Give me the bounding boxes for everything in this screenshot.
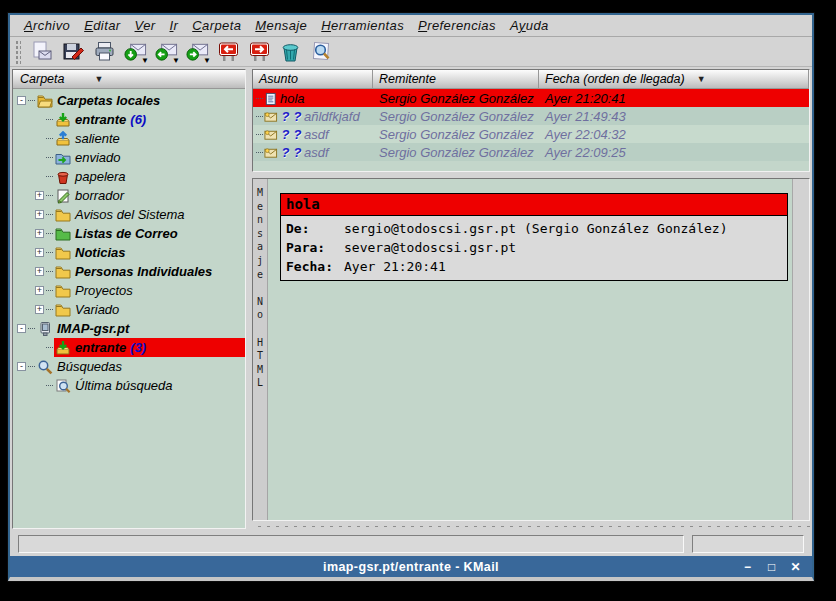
trash-button[interactable] xyxy=(276,38,305,65)
folder-item-saliente[interactable]: saliente xyxy=(13,129,245,148)
collapse-expander-icon[interactable]: - xyxy=(17,96,26,105)
toolbar-drag-handle[interactable] xyxy=(15,40,21,64)
folder-item-ultima-busqueda[interactable]: Última búsqueda xyxy=(13,376,245,395)
question-mark-icon: ? xyxy=(292,145,303,160)
folder-item-entrante-3[interactable]: entrante(3) xyxy=(13,338,245,357)
message-subject-bar: hola xyxy=(281,194,787,216)
folder-label: saliente xyxy=(75,131,120,146)
folder-item-papelera[interactable]: papelera xyxy=(13,167,245,186)
folder-item-busquedas[interactable]: -Búsquedas xyxy=(13,357,245,376)
message-date: Ayer 21:20:41 xyxy=(545,91,626,106)
folder-label: enviado xyxy=(75,150,121,165)
search-icon xyxy=(37,359,55,375)
folder-item-listas-de-correo[interactable]: +Listas de Correo xyxy=(13,224,245,243)
message-row[interactable]: ??asdfSergio González GonzálezAyer 22:09… xyxy=(253,143,809,161)
message-subject: asdf xyxy=(304,127,329,142)
save-as-button[interactable] xyxy=(59,38,88,65)
collapse-expander-icon[interactable]: - xyxy=(17,362,26,371)
folder-item-variado[interactable]: +Variado xyxy=(13,300,245,319)
folder-item-enviado[interactable]: enviado xyxy=(13,148,245,167)
kmail-window: ArchivoEditarVerIrCarpetaMensajeHerramie… xyxy=(8,13,814,581)
message-list-pane: Asunto Remitente Fecha (orden de llegada… xyxy=(252,69,810,172)
menu-item-preferencias[interactable]: Preferencias xyxy=(412,16,504,35)
new-message-icon xyxy=(31,40,54,63)
message-date: Ayer 21:49:43 xyxy=(545,109,626,124)
message-sender-cell: Sergio González González xyxy=(373,143,539,161)
menu-item-archivo[interactable]: Archivo xyxy=(18,16,78,35)
minimize-button[interactable]: − xyxy=(740,559,755,575)
close-button[interactable]: ✕ xyxy=(788,559,803,575)
sort-indicator-icon: ▼ xyxy=(697,74,706,84)
expand-expander-icon[interactable]: + xyxy=(35,210,44,219)
menu-item-mensaje[interactable]: Mensaje xyxy=(249,16,315,35)
folder-item-imap-gsr-pt[interactable]: -IMAP-gsr.pt xyxy=(13,319,245,338)
message-row[interactable]: ??asdfSergio González GonzálezAyer 22:04… xyxy=(253,125,809,143)
folder-item-entrante-6[interactable]: entrante(6) xyxy=(13,110,245,129)
maximize-button[interactable]: □ xyxy=(764,559,779,575)
menu-item-ayuda[interactable]: Ayuda xyxy=(504,16,557,35)
question-mark-icon: ? xyxy=(280,145,291,160)
status-section-left xyxy=(18,535,684,553)
find-button[interactable] xyxy=(307,38,336,65)
forward-button[interactable]: ▼ xyxy=(183,38,212,65)
folder-label: IMAP-gsr.pt xyxy=(57,321,129,336)
menu-item-herramientas[interactable]: Herramientas xyxy=(315,16,412,35)
menu-item-ver[interactable]: Ver xyxy=(129,16,164,35)
search-folder-icon xyxy=(55,378,73,394)
folder-label: papelera xyxy=(75,169,126,184)
folder-column-header[interactable]: Carpeta ▼ xyxy=(13,70,245,89)
message-row[interactable]: holaSergio González GonzálezAyer 21:20:4… xyxy=(253,89,809,107)
trash-icon xyxy=(279,40,302,63)
window-title-bar[interactable]: imap-gsr.pt/entrante - KMail −□✕ xyxy=(10,556,812,577)
reply-button[interactable]: ▼ xyxy=(152,38,181,65)
folder-icon xyxy=(55,283,73,299)
print-button[interactable] xyxy=(90,38,119,65)
expand-expander-icon[interactable]: + xyxy=(35,267,44,276)
message-header-box: hola De: sergio@todoscsi.gsr.pt (Sergio … xyxy=(280,193,788,281)
folder-item-carpetas-locales[interactable]: -Carpetas locales xyxy=(13,91,245,110)
new-message-button[interactable] xyxy=(28,38,57,65)
message-preview-pane: Mensaje No HTML hola De: sergio@todoscsi… xyxy=(252,178,810,521)
folder-item-proyectos[interactable]: +Proyectos xyxy=(13,281,245,300)
previous-message-button[interactable] xyxy=(214,38,243,65)
message-sender: Sergio González González xyxy=(379,145,534,160)
folder-item-borrador[interactable]: +borrador xyxy=(13,186,245,205)
folder-item-avisos-del-sistema[interactable]: +Avisos del Sistema xyxy=(13,205,245,224)
folder-icon xyxy=(55,302,73,318)
folder-item-noticias[interactable]: +Noticias xyxy=(13,243,245,262)
folder-label: Listas de Correo xyxy=(75,226,178,241)
expand-expander-icon[interactable]: + xyxy=(35,286,44,295)
message-row[interactable]: ??añldfkjafdSergio González GonzálezAyer… xyxy=(253,107,809,125)
folder-item-personas-individuales[interactable]: +Personas Individuales xyxy=(13,262,245,281)
column-header-date[interactable]: Fecha (orden de llegada) ▼ xyxy=(539,70,809,89)
toolbar: ▼▼▼ xyxy=(10,37,812,67)
message-subject: hola xyxy=(280,91,305,106)
expand-expander-icon[interactable]: + xyxy=(35,191,44,200)
message-subject: asdf xyxy=(304,145,329,160)
message-sender: Sergio González González xyxy=(379,91,534,106)
collapse-expander-icon[interactable]: - xyxy=(17,324,26,333)
message-read-icon xyxy=(264,91,279,106)
folder-icon xyxy=(55,264,73,280)
folder-label: Avisos del Sistema xyxy=(75,207,185,222)
menu-item-editar[interactable]: Editar xyxy=(78,16,128,35)
expand-expander-icon[interactable]: + xyxy=(35,305,44,314)
status-section-right xyxy=(692,535,804,553)
folder-label: entrante xyxy=(75,340,126,355)
expand-expander-icon[interactable]: + xyxy=(35,229,44,238)
column-header-sender[interactable]: Remitente xyxy=(373,70,539,89)
folder-pane: Carpeta ▼ -Carpetas localesentrante(6)sa… xyxy=(12,69,246,529)
server-icon xyxy=(37,321,55,337)
check-mail-button[interactable]: ▼ xyxy=(121,38,150,65)
message-date-cell: Ayer 22:09:25 xyxy=(539,143,809,161)
expand-expander-icon[interactable]: + xyxy=(35,248,44,257)
menu-item-carpeta[interactable]: Carpeta xyxy=(186,16,249,35)
next-message-button[interactable] xyxy=(245,38,274,65)
menu-item-ir[interactable]: Ir xyxy=(163,16,186,35)
right-panes: Asunto Remitente Fecha (orden de llegada… xyxy=(252,69,810,529)
field-from: De: sergio@todoscsi.gsr.pt (Sergio Gonzá… xyxy=(281,219,787,238)
preview-scrollbar[interactable] xyxy=(792,179,809,520)
column-header-subject[interactable]: Asunto xyxy=(253,70,373,89)
message-date: Ayer 22:04:32 xyxy=(545,127,626,142)
folder-label: Personas Individuales xyxy=(75,264,212,279)
